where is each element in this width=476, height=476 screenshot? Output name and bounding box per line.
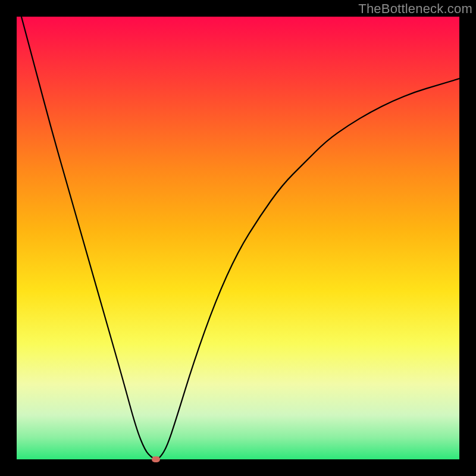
- curve-path: [17, 17, 459, 459]
- optimal-point-marker: [152, 456, 160, 462]
- plot-area: [17, 17, 459, 459]
- bottleneck-curve: [17, 17, 459, 459]
- chart-frame: TheBottleneck.com: [0, 0, 476, 476]
- watermark-text: TheBottleneck.com: [358, 1, 472, 17]
